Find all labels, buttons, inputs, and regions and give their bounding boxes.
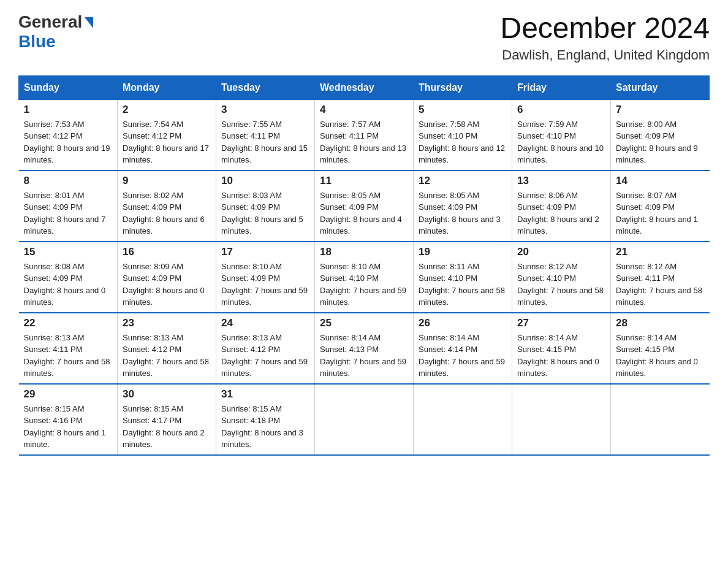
table-row: 18 Sunrise: 8:10 AM Sunset: 4:10 PM Dayl… <box>315 242 414 313</box>
page-header: General Blue December 2024 Dawlish, Engl… <box>18 12 710 63</box>
table-row: 3 Sunrise: 7:55 AM Sunset: 4:11 PM Dayli… <box>216 99 315 170</box>
day-number: 8 <box>24 175 113 187</box>
table-row: 15 Sunrise: 8:08 AM Sunset: 4:09 PM Dayl… <box>19 242 118 313</box>
table-row: 14 Sunrise: 8:07 AM Sunset: 4:09 PM Dayl… <box>611 170 710 242</box>
day-info: Sunrise: 8:00 AM Sunset: 4:09 PM Dayligh… <box>616 118 705 166</box>
day-info: Sunrise: 8:12 AM Sunset: 4:10 PM Dayligh… <box>517 261 605 308</box>
day-info: Sunrise: 8:11 AM Sunset: 4:10 PM Dayligh… <box>419 261 507 308</box>
calendar-header-row: Sunday Monday Tuesday Wednesday Thursday… <box>19 75 710 99</box>
calendar-week-row: 8 Sunrise: 8:01 AM Sunset: 4:09 PM Dayli… <box>19 170 710 242</box>
table-row: 24 Sunrise: 8:13 AM Sunset: 4:12 PM Dayl… <box>216 313 315 384</box>
table-row: 11 Sunrise: 8:05 AM Sunset: 4:09 PM Dayl… <box>315 170 414 242</box>
table-row: 7 Sunrise: 8:00 AM Sunset: 4:09 PM Dayli… <box>611 99 710 170</box>
col-tuesday: Tuesday <box>216 75 315 99</box>
day-info: Sunrise: 8:15 AM Sunset: 4:18 PM Dayligh… <box>221 403 309 451</box>
table-row: 8 Sunrise: 8:01 AM Sunset: 4:09 PM Dayli… <box>19 170 118 242</box>
day-info: Sunrise: 8:13 AM Sunset: 4:12 PM Dayligh… <box>123 332 211 380</box>
day-info: Sunrise: 7:59 AM Sunset: 4:10 PM Dayligh… <box>517 118 605 166</box>
table-row: 23 Sunrise: 8:13 AM Sunset: 4:12 PM Dayl… <box>118 313 216 384</box>
day-number: 27 <box>517 317 605 329</box>
day-info: Sunrise: 8:03 AM Sunset: 4:09 PM Dayligh… <box>221 190 309 237</box>
table-row <box>315 384 414 455</box>
table-row: 19 Sunrise: 8:11 AM Sunset: 4:10 PM Dayl… <box>414 242 512 313</box>
table-row: 30 Sunrise: 8:15 AM Sunset: 4:17 PM Dayl… <box>118 384 216 455</box>
table-row: 16 Sunrise: 8:09 AM Sunset: 4:09 PM Dayl… <box>118 242 216 313</box>
logo-general-label: General <box>18 12 82 32</box>
day-number: 12 <box>419 175 507 187</box>
col-thursday: Thursday <box>414 75 512 99</box>
day-number: 7 <box>616 104 705 116</box>
table-row: 25 Sunrise: 8:14 AM Sunset: 4:13 PM Dayl… <box>315 313 414 384</box>
day-number: 15 <box>24 246 113 258</box>
day-info: Sunrise: 8:01 AM Sunset: 4:09 PM Dayligh… <box>24 190 113 237</box>
day-info: Sunrise: 7:53 AM Sunset: 4:12 PM Dayligh… <box>24 118 113 166</box>
day-info: Sunrise: 8:02 AM Sunset: 4:09 PM Dayligh… <box>123 190 211 237</box>
col-saturday: Saturday <box>611 75 710 99</box>
day-info: Sunrise: 8:10 AM Sunset: 4:09 PM Dayligh… <box>221 261 309 308</box>
day-number: 3 <box>221 104 309 116</box>
table-row: 21 Sunrise: 8:12 AM Sunset: 4:11 PM Dayl… <box>611 242 710 313</box>
table-row: 1 Sunrise: 7:53 AM Sunset: 4:12 PM Dayli… <box>19 99 118 170</box>
day-number: 19 <box>419 246 507 258</box>
table-row <box>611 384 710 455</box>
day-number: 29 <box>24 388 113 400</box>
day-info: Sunrise: 8:12 AM Sunset: 4:11 PM Dayligh… <box>616 261 705 308</box>
day-number: 18 <box>320 246 408 258</box>
calendar-week-row: 29 Sunrise: 8:15 AM Sunset: 4:16 PM Dayl… <box>19 384 710 455</box>
logo: General Blue <box>18 12 93 52</box>
day-info: Sunrise: 8:14 AM Sunset: 4:15 PM Dayligh… <box>616 332 705 380</box>
day-number: 30 <box>123 388 211 400</box>
day-info: Sunrise: 8:14 AM Sunset: 4:13 PM Dayligh… <box>320 332 408 380</box>
day-number: 31 <box>221 388 309 400</box>
col-friday: Friday <box>512 75 611 99</box>
day-info: Sunrise: 7:57 AM Sunset: 4:11 PM Dayligh… <box>320 118 408 166</box>
day-number: 28 <box>616 317 705 329</box>
logo-arrow-icon <box>85 17 93 28</box>
table-row <box>414 384 512 455</box>
day-number: 23 <box>123 317 211 329</box>
title-block: December 2024 Dawlish, England, United K… <box>500 12 710 63</box>
day-info: Sunrise: 8:06 AM Sunset: 4:09 PM Dayligh… <box>517 190 605 237</box>
day-info: Sunrise: 7:58 AM Sunset: 4:10 PM Dayligh… <box>419 118 507 166</box>
table-row: 31 Sunrise: 8:15 AM Sunset: 4:18 PM Dayl… <box>216 384 315 455</box>
day-number: 4 <box>320 104 408 116</box>
day-info: Sunrise: 8:10 AM Sunset: 4:10 PM Dayligh… <box>320 261 408 308</box>
table-row: 9 Sunrise: 8:02 AM Sunset: 4:09 PM Dayli… <box>118 170 216 242</box>
table-row: 29 Sunrise: 8:15 AM Sunset: 4:16 PM Dayl… <box>19 384 118 455</box>
table-row: 6 Sunrise: 7:59 AM Sunset: 4:10 PM Dayli… <box>512 99 611 170</box>
day-info: Sunrise: 8:14 AM Sunset: 4:15 PM Dayligh… <box>517 332 605 380</box>
day-number: 14 <box>616 175 705 187</box>
day-number: 21 <box>616 246 705 258</box>
calendar-week-row: 22 Sunrise: 8:13 AM Sunset: 4:11 PM Dayl… <box>19 313 710 384</box>
table-row: 26 Sunrise: 8:14 AM Sunset: 4:14 PM Dayl… <box>414 313 512 384</box>
table-row: 13 Sunrise: 8:06 AM Sunset: 4:09 PM Dayl… <box>512 170 611 242</box>
table-row: 5 Sunrise: 7:58 AM Sunset: 4:10 PM Dayli… <box>414 99 512 170</box>
day-info: Sunrise: 7:54 AM Sunset: 4:12 PM Dayligh… <box>123 118 211 166</box>
day-info: Sunrise: 7:55 AM Sunset: 4:11 PM Dayligh… <box>221 118 309 166</box>
table-row: 2 Sunrise: 7:54 AM Sunset: 4:12 PM Dayli… <box>118 99 216 170</box>
table-row: 12 Sunrise: 8:05 AM Sunset: 4:09 PM Dayl… <box>414 170 512 242</box>
col-monday: Monday <box>118 75 216 99</box>
table-row: 17 Sunrise: 8:10 AM Sunset: 4:09 PM Dayl… <box>216 242 315 313</box>
day-number: 9 <box>123 175 211 187</box>
day-info: Sunrise: 8:08 AM Sunset: 4:09 PM Dayligh… <box>24 261 113 308</box>
day-number: 24 <box>221 317 309 329</box>
day-number: 2 <box>123 104 211 116</box>
table-row: 27 Sunrise: 8:14 AM Sunset: 4:15 PM Dayl… <box>512 313 611 384</box>
day-number: 5 <box>419 104 507 116</box>
day-number: 11 <box>320 175 408 187</box>
col-wednesday: Wednesday <box>315 75 414 99</box>
day-info: Sunrise: 8:13 AM Sunset: 4:12 PM Dayligh… <box>221 332 309 380</box>
calendar-table: Sunday Monday Tuesday Wednesday Thursday… <box>18 75 710 456</box>
day-number: 22 <box>24 317 113 329</box>
table-row: 10 Sunrise: 8:03 AM Sunset: 4:09 PM Dayl… <box>216 170 315 242</box>
day-info: Sunrise: 8:14 AM Sunset: 4:14 PM Dayligh… <box>419 332 507 380</box>
col-sunday: Sunday <box>19 75 118 99</box>
day-number: 20 <box>517 246 605 258</box>
table-row: 20 Sunrise: 8:12 AM Sunset: 4:10 PM Dayl… <box>512 242 611 313</box>
location-subtitle: Dawlish, England, United Kingdom <box>500 47 710 63</box>
calendar-week-row: 1 Sunrise: 7:53 AM Sunset: 4:12 PM Dayli… <box>19 99 710 170</box>
day-info: Sunrise: 8:15 AM Sunset: 4:16 PM Dayligh… <box>24 403 113 451</box>
calendar-week-row: 15 Sunrise: 8:08 AM Sunset: 4:09 PM Dayl… <box>19 242 710 313</box>
table-row: 22 Sunrise: 8:13 AM Sunset: 4:11 PM Dayl… <box>19 313 118 384</box>
